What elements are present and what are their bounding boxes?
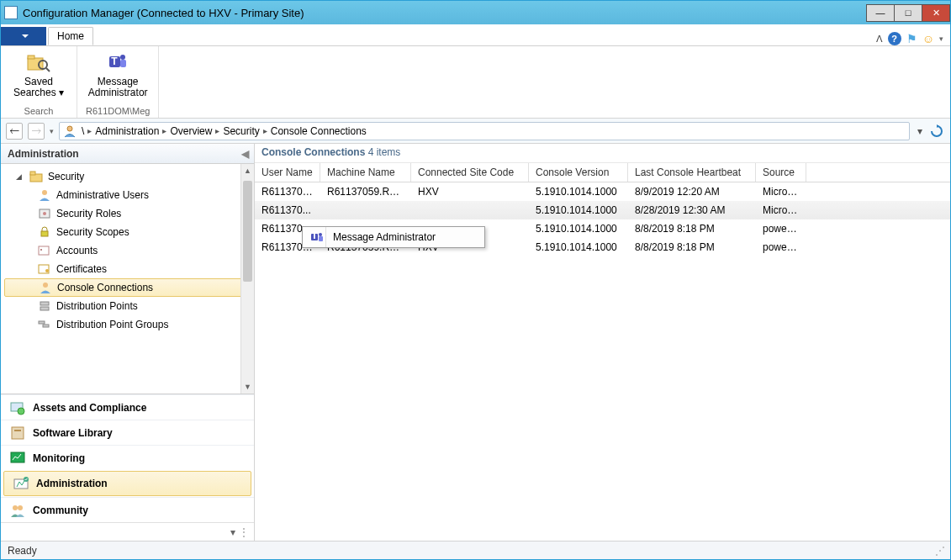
tree-item-label: Administrative Users (56, 189, 149, 201)
help-icon[interactable]: ? (888, 32, 901, 45)
minimize-button[interactable]: — (866, 4, 895, 22)
tree-item-security-scopes[interactable]: Security Scopes (1, 223, 254, 241)
cell-heartbeat: 8/8/2019 8:18 PM (628, 241, 756, 253)
tree-item-distribution-point-groups[interactable]: Distribution Point Groups (1, 315, 254, 334)
navigation-panel: Administration ◀ ◢ Security Administrati… (1, 144, 255, 541)
context-menu-iconcol: T (308, 227, 326, 247)
tree-item-security[interactable]: ◢ Security (1, 167, 254, 186)
workspace-assets[interactable]: Assets and Compliance (1, 394, 254, 420)
nav-forward-button[interactable]: 🡒 (28, 123, 45, 140)
window-buttons: — □ ✕ (867, 4, 950, 22)
tree-item-console-connections[interactable]: Console Connections (4, 278, 251, 297)
saved-searches-button[interactable]: Saved Searches ▾ (9, 50, 68, 102)
close-button[interactable]: ✕ (922, 4, 950, 22)
breadcrumb-node-icon (63, 124, 77, 138)
cell-site: HXV (411, 186, 529, 198)
results-title-name: Console Connections (262, 146, 368, 158)
feedback-smile-icon[interactable]: ☺ (922, 32, 934, 45)
cell-source: powers... (756, 241, 806, 253)
svg-point-11 (42, 190, 47, 195)
cell-version: 5.1910.1014.1000 (529, 186, 628, 198)
column-header-heartbeat[interactable]: Last Console Heartbeat (628, 163, 756, 182)
ribbon-group-user-caption: R611DOM\Meg (86, 106, 150, 118)
workspace-label: Administration (36, 478, 108, 489)
tree-item-distribution-points[interactable]: Distribution Points (1, 297, 254, 315)
column-header-user[interactable]: User Name (255, 163, 320, 182)
navigation-panel-title: Administration (8, 148, 79, 160)
svg-rect-16 (40, 249, 42, 251)
ribbon-group-user: T Message Administrator R611DOM\Meg (77, 46, 159, 118)
resize-grip-icon[interactable]: ⋰ (935, 545, 943, 557)
expand-arrow-icon[interactable]: ◢ (16, 172, 24, 181)
crumb-administration[interactable]: Administration▸ (95, 125, 170, 137)
feedback-dropdown[interactable]: ▾ (939, 34, 943, 43)
svg-rect-14 (41, 231, 48, 236)
breadcrumb-dropdown[interactable]: ▾ (915, 125, 925, 137)
results-title: Console Connections 4 items (255, 144, 950, 162)
svg-point-19 (43, 283, 48, 288)
workspace-administration[interactable]: Administration (3, 471, 251, 496)
svg-rect-28 (11, 452, 24, 462)
crumb-root[interactable]: \▸ (82, 125, 95, 137)
svg-rect-20 (40, 302, 49, 305)
workspace-community[interactable]: Community (1, 497, 254, 522)
svg-rect-26 (12, 427, 24, 439)
message-administrator-label: Message Administrator (88, 77, 148, 98)
workspace-monitoring[interactable]: Monitoring (1, 445, 254, 470)
file-menu-tab[interactable] (1, 27, 46, 45)
svg-rect-21 (40, 307, 49, 310)
svg-rect-1 (28, 55, 34, 59)
crumb-overview[interactable]: Overview▸ (170, 125, 223, 137)
administration-icon (13, 475, 29, 492)
saved-searches-label: Saved Searches ▾ (13, 77, 64, 98)
cell-machine: R61137059.R61... (320, 186, 411, 198)
refresh-button[interactable] (928, 123, 945, 140)
crumb-console-connections[interactable]: Console Connections (271, 125, 367, 137)
table-row[interactable]: R611370... 5.1910.1014.1000 8/28/2019 12… (255, 201, 950, 219)
context-menu: T Message Administrator (302, 226, 485, 248)
cell-version: 5.1910.1014.1000 (529, 223, 628, 235)
workspace-buttons: Assets and Compliance Software Library M… (1, 394, 254, 541)
context-menu-item-message-administrator[interactable]: Message Administrator (333, 231, 436, 243)
column-header-version[interactable]: Console Version (529, 163, 628, 182)
navigation-panel-collapse-icon[interactable]: ◀ (241, 148, 249, 160)
breadcrumb[interactable]: \▸ Administration▸ Overview▸ Security▸ C… (59, 122, 910, 140)
monitoring-icon (9, 450, 26, 467)
svg-text:T: T (311, 230, 318, 241)
table-row[interactable]: R6113705... R61137059.R61... HXV 5.1910.… (255, 182, 950, 201)
tree-item-accounts[interactable]: Accounts (1, 241, 254, 260)
cell-version: 5.1910.1014.1000 (529, 204, 628, 216)
svg-point-8 (67, 126, 72, 131)
nav-back-button[interactable]: 🡐 (6, 123, 23, 140)
tree-item-security-roles[interactable]: Security Roles (1, 204, 254, 223)
message-administrator-button[interactable]: T Message Administrator (88, 50, 147, 102)
software-icon (9, 425, 26, 441)
scrollbar-thumb[interactable] (243, 181, 252, 282)
crumb-security[interactable]: Security▸ (223, 125, 270, 137)
column-header-machine[interactable]: Machine Name (320, 163, 411, 182)
tree-item-label: Accounts (56, 245, 98, 256)
column-header-source[interactable]: Source (756, 163, 806, 182)
window-title: Configuration Manager (Connected to HXV … (23, 7, 867, 19)
notifications-flag-icon[interactable]: ⚑ (906, 32, 917, 45)
workspace-software[interactable]: Software Library (1, 420, 254, 445)
workspace-overflow[interactable]: ▾⋮ (1, 522, 254, 541)
tab-home[interactable]: Home (48, 27, 93, 45)
tree-item-label: Security (48, 171, 84, 182)
tree-item-certificates[interactable]: Certificates (1, 260, 254, 278)
collapse-ribbon-button[interactable]: ᐱ (876, 34, 883, 45)
tree-item-label: Distribution Point Groups (56, 319, 168, 330)
svg-point-18 (45, 269, 49, 272)
maximize-button[interactable]: □ (894, 4, 922, 22)
workspace-label: Software Library (33, 427, 113, 439)
grid-header-row: User Name Machine Name Connected Site Co… (255, 162, 950, 182)
tree-item-admin-users[interactable]: Administrative Users (1, 186, 254, 204)
nav-history-dropdown[interactable]: ▾ (50, 127, 54, 135)
teams-icon: T (310, 230, 324, 244)
svg-point-25 (18, 408, 24, 415)
navigation-tree: ◢ Security Administrative Users Security… (1, 164, 254, 394)
tree-scrollbar[interactable]: ▲ ▼ (240, 164, 254, 394)
column-header-site[interactable]: Connected Site Code (411, 163, 529, 182)
ribbon-tab-row: Home ᐱ ? ⚑ ☺ ▾ (1, 24, 950, 46)
lock-icon (38, 225, 51, 239)
